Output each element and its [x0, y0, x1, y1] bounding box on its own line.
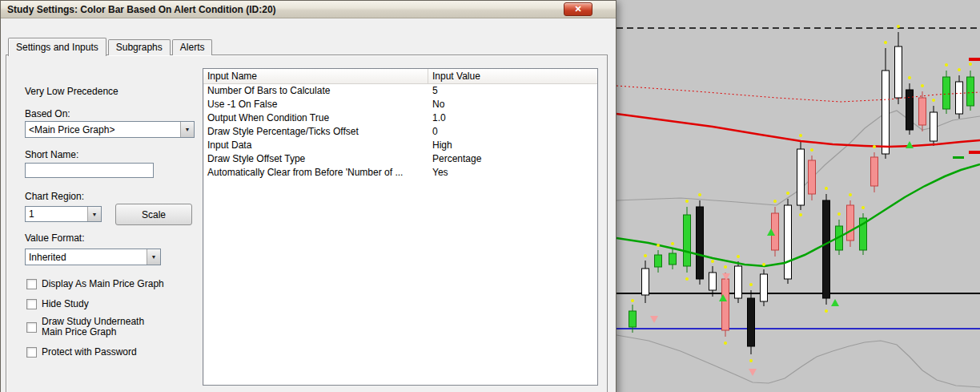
dropdown-arrow-icon[interactable]: ▼ — [180, 122, 194, 137]
price-chart[interactable] — [617, 0, 980, 392]
cell-input-name: Automatically Clear from Before 'Number … — [203, 166, 428, 180]
candlestick-chart[interactable] — [617, 0, 980, 392]
table-row[interactable]: Automatically Clear from Before 'Number … — [203, 166, 597, 180]
cell-input-name: Output When Condition True — [203, 111, 428, 125]
cell-input-name: Number Of Bars to Calculate — [203, 84, 428, 98]
value-format-label: Value Format: — [25, 232, 84, 244]
value-format-select[interactable]: Inherited ▼ — [25, 249, 161, 265]
scale-button[interactable]: Scale — [115, 204, 192, 225]
cell-input-value: 0 — [428, 125, 597, 139]
inputs-table: Input Name Input Value Number Of Bars to… — [203, 68, 598, 386]
table-row[interactable]: Input DataHigh — [203, 139, 597, 152]
dropdown-arrow-icon[interactable]: ▼ — [87, 207, 101, 221]
checkbox-label: Protect with Password — [42, 347, 137, 358]
cell-input-value: Percentage — [428, 152, 597, 166]
table-row[interactable]: Use -1 On FalseNo — [203, 98, 597, 111]
cell-input-name: Input Data — [203, 139, 428, 152]
checkbox-hide-study[interactable]: Hide Study — [26, 299, 89, 309]
cell-input-value: High — [428, 139, 597, 152]
based-on-select[interactable]: <Main Price Graph> ▼ — [25, 121, 195, 138]
chart-region-label: Chart Region: — [25, 191, 84, 202]
cell-input-name: Draw Style Percentage/Ticks Offset — [203, 125, 428, 139]
cell-input-value: 1.0 — [428, 111, 597, 125]
screen: Study Settings: Color Bar Based On Alert… — [0, 0, 980, 392]
short-name-label: Short Name: — [25, 149, 78, 160]
checkbox-box[interactable] — [26, 299, 37, 309]
close-icon: ✕ — [574, 4, 581, 14]
checkbox-draw-study-underneath[interactable]: Draw Study Underneath Main Price Graph — [26, 317, 150, 337]
dialog-titlebar[interactable]: Study Settings: Color Bar Based On Alert… — [1, 1, 616, 18]
based-on-label: Based On: — [25, 108, 70, 119]
checkbox-box[interactable] — [26, 322, 37, 333]
checkbox-box[interactable] — [26, 347, 37, 358]
checkbox-display-as-main-price-graph[interactable]: Display As Main Price Graph — [26, 279, 164, 289]
checkbox-label: Display As Main Price Graph — [42, 279, 164, 289]
column-header-input-name[interactable]: Input Name — [203, 69, 428, 83]
table-row[interactable]: Output When Condition True1.0 — [203, 111, 597, 125]
close-button[interactable]: ✕ — [564, 2, 592, 16]
dropdown-arrow-icon[interactable]: ▼ — [147, 249, 160, 265]
precedence-label: Very Low Precedence — [25, 86, 118, 97]
column-header-input-value[interactable]: Input Value — [428, 69, 597, 83]
cell-input-name: Use -1 On False — [203, 98, 428, 111]
study-settings-dialog: Study Settings: Color Bar Based On Alert… — [0, 0, 617, 392]
chart-region-value: 1 — [26, 208, 87, 220]
short-name-input[interactable] — [25, 163, 154, 178]
table-row[interactable]: Draw Style Offset TypePercentage — [203, 152, 597, 166]
value-format-value: Inherited — [26, 252, 147, 263]
tab-settings-and-inputs[interactable]: Settings and Inputs — [8, 38, 106, 56]
chart-region-select[interactable]: 1 ▼ — [25, 206, 102, 222]
tabstrip: Settings and Inputs Subgraphs Alerts — [8, 37, 214, 55]
tab-alerts[interactable]: Alerts — [172, 39, 213, 55]
table-row[interactable]: Number Of Bars to Calculate5 — [203, 84, 597, 98]
inputs-table-header: Input Name Input Value — [203, 69, 597, 84]
tab-subgraphs[interactable]: Subgraphs — [108, 39, 171, 55]
cell-input-name: Draw Style Offset Type — [203, 152, 428, 166]
checkbox-label: Hide Study — [42, 299, 89, 309]
inputs-table-body: Number Of Bars to Calculate5Use -1 On Fa… — [203, 84, 597, 180]
checkbox-box[interactable] — [26, 279, 37, 289]
cell-input-value: No — [428, 98, 597, 111]
checkbox-label: Draw Study Underneath Main Price Graph — [42, 317, 150, 337]
cell-input-value: Yes — [428, 166, 597, 180]
based-on-value: <Main Price Graph> — [26, 124, 180, 135]
cell-input-value: 5 — [428, 84, 597, 98]
table-row[interactable]: Draw Style Percentage/Ticks Offset0 — [203, 125, 597, 139]
dialog-title: Study Settings: Color Bar Based On Alert… — [1, 4, 276, 15]
checkbox-protect-with-password[interactable]: Protect with Password — [26, 347, 137, 358]
